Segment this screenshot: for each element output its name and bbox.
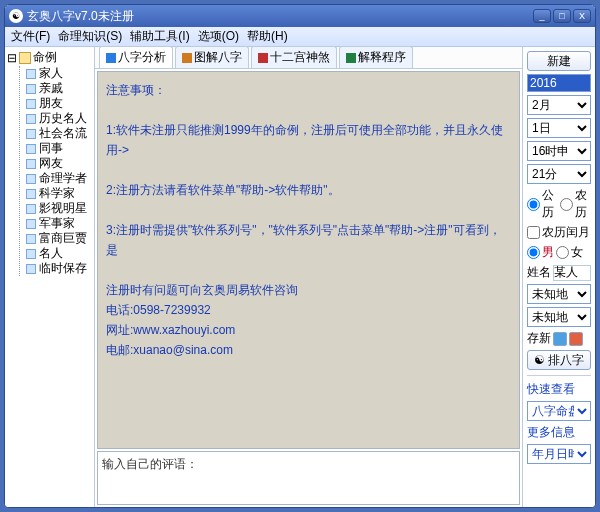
minimize-button[interactable]: _	[533, 9, 551, 23]
month-select[interactable]: 2月	[527, 95, 591, 115]
tree-item[interactable]: 社会名流	[26, 126, 92, 141]
tab-icon	[182, 53, 192, 63]
lunar-label: 农历	[575, 187, 591, 221]
menu-tools[interactable]: 辅助工具(I)	[130, 28, 189, 45]
tab-icon	[346, 53, 356, 63]
comment-placeholder: 输入自己的评语：	[102, 457, 198, 471]
titlebar: ☯ 玄奥八字v7.0未注册 _ □ X	[5, 5, 595, 27]
tree-root-label: 命例	[33, 49, 57, 66]
tree-item-label: 历史名人	[39, 111, 87, 126]
doc-icon	[26, 129, 36, 139]
male-radio[interactable]	[527, 246, 540, 259]
tree-item[interactable]: 命理学者	[26, 171, 92, 186]
male-label: 男	[542, 244, 554, 261]
right-panel: 新建 2月 1日 16时申 21分 公历 农历 农历闰月 男 女 姓名 未知地 …	[523, 47, 595, 507]
moreinfo-label: 更多信息	[527, 424, 591, 441]
tree-item[interactable]: 网友	[26, 156, 92, 171]
tree-item[interactable]: 朋友	[26, 96, 92, 111]
tab-bazi-analysis[interactable]: 八字分析	[99, 46, 173, 68]
tab-icon	[258, 53, 268, 63]
quickview-select[interactable]: 八字命盘	[527, 401, 591, 421]
tree-item-label: 同事	[39, 141, 63, 156]
tree-item-label: 名人	[39, 246, 63, 261]
new-button[interactable]: 新建	[527, 51, 591, 71]
tree-item-label: 社会名流	[39, 126, 87, 141]
name-label: 姓名	[527, 264, 551, 281]
tree-item[interactable]: 亲戚	[26, 81, 92, 96]
contact-line: 网址:www.xazhouyi.com	[106, 320, 511, 340]
tree-item[interactable]: 同事	[26, 141, 92, 156]
doc-icon	[26, 99, 36, 109]
tree-item-label: 朋友	[39, 96, 63, 111]
folder-icon	[19, 52, 31, 64]
place1-select[interactable]: 未知地	[527, 284, 591, 304]
minute-select[interactable]: 21分	[527, 164, 591, 184]
female-label: 女	[571, 244, 583, 261]
menu-help[interactable]: 帮助(H)	[247, 28, 288, 45]
tree-item-label: 科学家	[39, 186, 75, 201]
contact-line: 电话:0598-7239932	[106, 300, 511, 320]
save2-icon[interactable]	[569, 332, 583, 346]
tab-label: 图解八字	[194, 49, 242, 66]
tree-item-label: 家人	[39, 66, 63, 81]
doc-icon	[26, 84, 36, 94]
menubar: 文件(F) 命理知识(S) 辅助工具(I) 选项(O) 帮助(H)	[5, 27, 595, 47]
tree-item[interactable]: 科学家	[26, 186, 92, 201]
save-icon[interactable]	[553, 332, 567, 346]
tab-label: 十二宫神煞	[270, 49, 330, 66]
contact-line: 电邮:xuanao@sina.com	[106, 340, 511, 360]
app-logo-icon: ☯	[9, 9, 23, 23]
tab-interpret[interactable]: 解释程序	[339, 46, 413, 68]
maximize-button[interactable]: □	[553, 9, 571, 23]
app-window: ☯ 玄奥八字v7.0未注册 _ □ X 文件(F) 命理知识(S) 辅助工具(I…	[4, 4, 596, 508]
tree-item-label: 网友	[39, 156, 63, 171]
tab-diagram[interactable]: 图解八字	[175, 46, 249, 68]
tree-item[interactable]: 军事家	[26, 216, 92, 231]
tree-item-label: 临时保存	[39, 261, 87, 276]
tree-item-label: 影视明星	[39, 201, 87, 216]
sidebar: ⊟ 命例 家人亲戚朋友历史名人社会名流同事网友命理学者科学家影视明星军事家富商巨…	[5, 47, 95, 507]
notice-line: 1:软件未注册只能推测1999年的命例，注册后可使用全部功能，并且永久使用->	[106, 120, 511, 160]
doc-icon	[26, 159, 36, 169]
contact-line: 注册时有问题可向玄奥周易软件咨询	[106, 280, 511, 300]
notice-line: 2:注册方法请看软件菜单"帮助->软件帮助"。	[106, 180, 511, 200]
tree-item[interactable]: 临时保存	[26, 261, 92, 276]
tab-palaces[interactable]: 十二宫神煞	[251, 46, 337, 68]
day-select[interactable]: 1日	[527, 118, 591, 138]
solar-radio[interactable]	[527, 198, 540, 211]
collapse-icon[interactable]: ⊟	[7, 51, 17, 65]
comment-input[interactable]: 输入自己的评语：	[97, 451, 520, 505]
doc-icon	[26, 189, 36, 199]
tree-item[interactable]: 历史名人	[26, 111, 92, 126]
menu-options[interactable]: 选项(O)	[198, 28, 239, 45]
tree-item[interactable]: 名人	[26, 246, 92, 261]
tree-item[interactable]: 富商巨贾	[26, 231, 92, 246]
hour-select[interactable]: 16时申	[527, 141, 591, 161]
content-area: 注意事项： 1:软件未注册只能推测1999年的命例，注册后可使用全部功能，并且永…	[97, 71, 520, 449]
doc-icon	[26, 69, 36, 79]
menu-knowledge[interactable]: 命理知识(S)	[58, 28, 122, 45]
moreinfo-select[interactable]: 年月日时断定	[527, 444, 591, 464]
notice-heading: 注意事项：	[106, 80, 511, 100]
year-input[interactable]	[527, 74, 591, 92]
close-button[interactable]: X	[573, 9, 591, 23]
female-radio[interactable]	[556, 246, 569, 259]
lunar-radio[interactable]	[560, 198, 573, 211]
doc-icon	[26, 174, 36, 184]
leap-checkbox[interactable]	[527, 226, 540, 239]
menu-file[interactable]: 文件(F)	[11, 28, 50, 45]
window-title: 玄奥八字v7.0未注册	[27, 8, 533, 25]
doc-icon	[26, 204, 36, 214]
tree-item[interactable]: 家人	[26, 66, 92, 81]
doc-icon	[26, 219, 36, 229]
tab-label: 八字分析	[118, 49, 166, 66]
tree-root[interactable]: ⊟ 命例	[7, 49, 92, 66]
chart-button[interactable]: ☯ 排八字	[527, 350, 591, 370]
doc-icon	[26, 264, 36, 274]
name-input[interactable]	[553, 265, 591, 281]
place2-select[interactable]: 未知地	[527, 307, 591, 327]
doc-icon	[26, 114, 36, 124]
doc-icon	[26, 144, 36, 154]
tree-item[interactable]: 影视明星	[26, 201, 92, 216]
tree-item-label: 军事家	[39, 216, 75, 231]
